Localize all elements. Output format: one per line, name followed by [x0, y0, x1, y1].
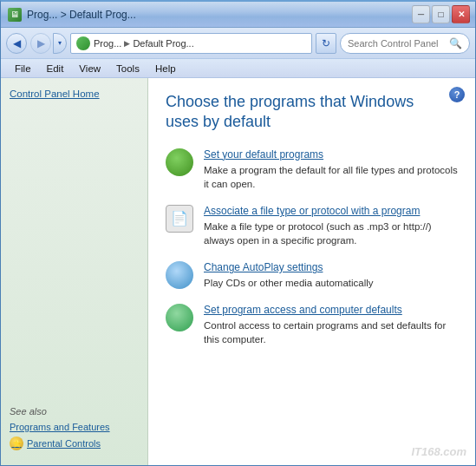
close-button[interactable]: ✕ — [452, 5, 470, 23]
set-default-link[interactable]: Set your default programs — [204, 148, 458, 161]
forward-button[interactable]: ▶ — [30, 33, 51, 54]
sidebar: Control Panel Home See also Programs and… — [1, 78, 148, 465]
search-icon[interactable]: 🔍 — [449, 37, 462, 49]
file-assoc-desc: Make a file type or protocol (such as .m… — [204, 221, 432, 246]
parental-controls-icon: ⭐ — [10, 436, 23, 450]
parental-controls-label: Parental Controls — [27, 438, 101, 449]
minimize-button[interactable]: ─ — [412, 5, 430, 23]
option-autoplay: Change AutoPlay settings Play CDs or oth… — [166, 261, 458, 290]
menu-view[interactable]: View — [72, 62, 108, 75]
address-separator: ▶ — [124, 39, 130, 48]
set-default-desc: Make a program the default for all file … — [204, 165, 458, 189]
window-title: Prog... > Default Prog... — [27, 9, 136, 21]
sidebar-parental-controls-link[interactable]: ⭐ Parental Controls — [10, 436, 139, 450]
sidebar-home-link[interactable]: Control Panel Home — [10, 89, 139, 99]
access-icon — [166, 304, 193, 331]
programs-features-label: Programs and Features — [10, 422, 110, 432]
menu-tools[interactable]: Tools — [109, 62, 147, 75]
sidebar-spacer — [10, 116, 139, 406]
main-panel: ? Choose the programs that Windows uses … — [148, 78, 475, 465]
refresh-button[interactable]: ↻ — [316, 33, 336, 54]
maximize-button[interactable]: □ — [432, 5, 450, 23]
help-button[interactable]: ? — [449, 87, 465, 102]
title-bar: 🖥 Prog... > Default Prog... ─ □ ✕ — [1, 2, 475, 28]
autoplay-link[interactable]: Change AutoPlay settings — [204, 261, 458, 273]
sidebar-see-also-label: See also — [10, 406, 139, 417]
autoplay-desc: Play CDs or other media automatically — [204, 278, 374, 288]
address-part1: Prog... — [94, 38, 121, 49]
window-icon: 🖥 — [8, 8, 22, 22]
main-window: 🖥 Prog... > Default Prog... ─ □ ✕ ◀ ▶ ▾ … — [0, 0, 476, 466]
address-part2: Default Prog... — [133, 38, 193, 49]
back-button[interactable]: ◀ — [6, 33, 27, 54]
option-access: Set program access and computer defaults… — [166, 304, 458, 346]
option-autoplay-text: Change AutoPlay settings Play CDs or oth… — [204, 261, 458, 290]
autoplay-icon — [166, 261, 193, 289]
option-access-text: Set program access and computer defaults… — [204, 304, 458, 346]
address-icon — [76, 36, 90, 50]
file-assoc-icon: 📄 — [166, 205, 193, 233]
nav-dropdown-button[interactable]: ▾ — [53, 33, 67, 54]
menu-file[interactable]: File — [8, 62, 38, 75]
option-file-assoc-text: Associate a file type or protocol with a… — [204, 205, 458, 247]
content-area: Control Panel Home See also Programs and… — [1, 78, 475, 465]
menu-edit[interactable]: Edit — [40, 62, 71, 75]
sidebar-programs-features-link[interactable]: Programs and Features — [10, 422, 139, 432]
access-desc: Control access to certain programs and s… — [204, 320, 446, 345]
search-input[interactable] — [348, 38, 446, 49]
option-set-default: Set your default programs Make a program… — [166, 148, 458, 191]
menu-help[interactable]: Help — [148, 62, 183, 75]
file-assoc-link[interactable]: Associate a file type or protocol with a… — [204, 205, 458, 217]
option-set-default-text: Set your default programs Make a program… — [204, 148, 458, 191]
nav-bar: ◀ ▶ ▾ Prog... ▶ Default Prog... ↻ 🔍 — [1, 28, 475, 59]
access-link[interactable]: Set program access and computer defaults — [204, 304, 458, 316]
menu-bar: File Edit View Tools Help — [1, 59, 475, 78]
search-bar: 🔍 — [340, 33, 470, 54]
address-bar[interactable]: Prog... ▶ Default Prog... — [70, 33, 312, 54]
watermark: IT168.com — [411, 445, 466, 458]
set-default-icon — [166, 148, 193, 176]
title-bar-left: 🖥 Prog... > Default Prog... — [8, 8, 136, 22]
option-file-assoc: 📄 Associate a file type or protocol with… — [166, 205, 458, 247]
page-title: Choose the programs that Windows uses by… — [166, 92, 443, 133]
title-buttons: ─ □ ✕ — [412, 5, 470, 23]
